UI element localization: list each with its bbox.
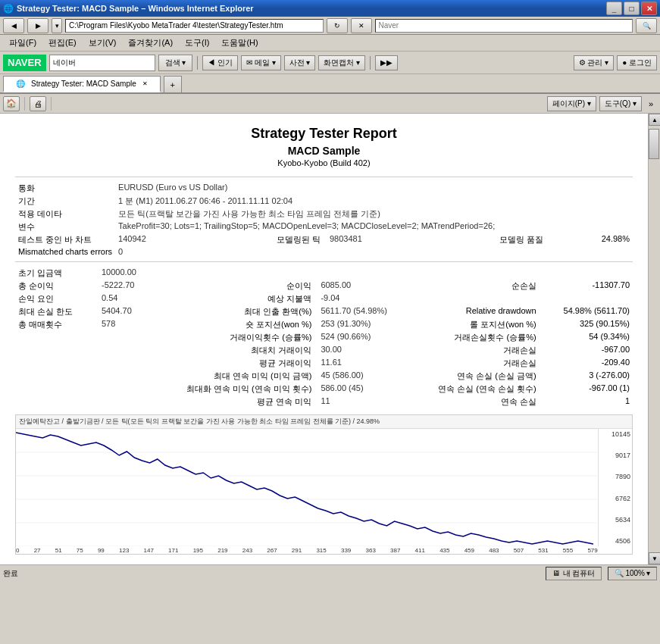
login-button[interactable]: ● 로그인 — [617, 55, 657, 70]
active-tab[interactable]: 🌐 Strategy Tester: MACD Sample ✕ — [3, 76, 161, 92]
field-value: 524 (90.66%) — [317, 331, 408, 344]
x-label: 315 — [316, 547, 326, 554]
field-value — [99, 357, 149, 370]
back-button[interactable]: ◀ — [3, 18, 24, 33]
scroll-down-button[interactable]: ▼ — [649, 552, 660, 564]
field-label: 거래손실 — [408, 357, 543, 370]
maximize-button[interactable]: □ — [624, 2, 640, 15]
stop-button[interactable]: ✕ — [351, 18, 372, 33]
content-scroll[interactable]: Strategy Tester Report MACD Sample Kyobo… — [0, 114, 648, 564]
field-label: 거래손실 — [408, 344, 543, 357]
mail-button[interactable]: ✉ 메일 ▾ — [241, 55, 281, 70]
field-value: 586.00 (45) — [317, 383, 408, 395]
x-label: 555 — [563, 547, 573, 554]
x-label: 363 — [365, 547, 375, 554]
field-label: 총 순이익 — [15, 280, 99, 292]
menu-tools[interactable]: 도구(I) — [179, 36, 215, 50]
new-tab-button[interactable]: + — [164, 76, 182, 92]
field-value: 11.61 — [317, 357, 408, 370]
capture-button[interactable]: 화면캡처 ▾ — [318, 55, 365, 70]
zoom-display[interactable]: 🔍 100% ▾ — [608, 567, 657, 580]
menu-edit[interactable]: 편집(E) — [42, 36, 83, 50]
toolbar-separator-2 — [51, 97, 52, 111]
x-label: 267 — [267, 547, 277, 554]
naver-search-button[interactable]: 검색 ▾ — [158, 55, 193, 71]
computer-status: 🖥 내 컴퓨터 — [546, 567, 602, 580]
naver-logo: NAVER — [3, 55, 46, 71]
field-value: 6085.00 — [317, 280, 408, 292]
close-button[interactable]: ✕ — [641, 2, 657, 15]
table-row: 최대 연속 미익 (미익 금액) 45 (586.00) 연속 손실 (손실 금… — [15, 370, 633, 383]
tab-close-button[interactable]: ✕ — [142, 80, 148, 87]
x-label: 387 — [390, 547, 400, 554]
tab-icon: 🌐 — [16, 80, 25, 88]
field-label: 적용 데이타 — [15, 208, 115, 220]
x-label: 99 — [98, 547, 105, 554]
field-label: 최대치 거래이익 — [149, 344, 317, 357]
x-label: 75 — [77, 547, 83, 554]
field-value: 10000.00 — [99, 267, 149, 280]
x-label: 123 — [119, 547, 129, 554]
tools-menu-button[interactable]: 도구(Q) ▾ — [599, 96, 642, 111]
y-label-3: 7890 — [600, 473, 630, 480]
title-bar: 🌐 Strategy Tester: MACD Sample – Windows… — [0, 0, 660, 17]
search-button[interactable]: 🔍 — [636, 18, 657, 33]
report-container: Strategy Tester Report MACD Sample Kyobo… — [0, 114, 648, 564]
scrollbar[interactable]: ▲ ▼ — [648, 114, 660, 564]
scroll-up-button[interactable]: ▲ — [649, 114, 660, 126]
toolbar-more-button[interactable]: » — [645, 98, 657, 110]
field-label — [15, 370, 99, 383]
window-controls[interactable]: _ □ ✕ — [606, 2, 657, 15]
x-label: 291 — [292, 547, 302, 554]
more-button[interactable]: ▶▶ — [375, 55, 398, 70]
field-value: 1 — [543, 395, 633, 408]
field-value: 30.00 — [317, 344, 408, 357]
field-label — [15, 395, 99, 408]
menu-favorites[interactable]: 즐겨찾기(A) — [122, 36, 179, 50]
x-label: 579 — [587, 547, 597, 554]
dict-button[interactable]: 사전 ▾ — [284, 55, 316, 70]
menu-file[interactable]: 파일(F) — [3, 36, 42, 50]
address-input[interactable] — [65, 19, 324, 33]
field-value — [99, 383, 149, 395]
field-label: 연속 손실 — [408, 395, 543, 408]
zoom-control[interactable]: 🔍 100% ▾ — [608, 567, 657, 580]
scroll-thumb[interactable] — [649, 129, 659, 159]
field-label: 통화 — [15, 182, 115, 195]
search-input[interactable] — [375, 19, 633, 33]
minimize-button[interactable]: _ — [606, 2, 622, 15]
page-menu-button[interactable]: 페이지(P) ▾ — [547, 96, 596, 111]
table-row: 최대 손실 한도 5404.70 최대 인출 환액(%) 5611.70 (54… — [15, 305, 633, 318]
table-row: 최대화 연속 미익 (연속 미익 횟수) 586.00 (45) 연속 손실 (… — [15, 383, 633, 395]
field-value — [99, 344, 149, 357]
scroll-track[interactable] — [649, 126, 660, 552]
report-divider-1 — [15, 177, 633, 177]
field-label: Relative drawdown — [408, 305, 543, 318]
field-label: 최대 손실 한도 — [15, 305, 99, 318]
report-title: Strategy Tester Report — [15, 126, 633, 142]
content-wrapper: Strategy Tester Report MACD Sample Kyobo… — [0, 114, 660, 564]
popular-button[interactable]: ◀ 인기 — [202, 55, 238, 70]
y-label-5: 5634 — [600, 516, 630, 524]
field-value: -967.00 (1) — [543, 383, 633, 395]
field-label: 손익 요인 — [15, 292, 99, 305]
secondary-toolbar: 🏠 🖨 페이지(P) ▾ 도구(Q) ▾ » — [0, 94, 660, 114]
refresh-button[interactable]: ↻ — [327, 18, 348, 33]
menu-view[interactable]: 보기(V) — [83, 36, 123, 50]
naver-toolbar: NAVER 검색 ▾ ◀ 인기 ✉ 메일 ▾ 사전 ▾ 화면캡처 ▾ ▶▶ ⚙ … — [0, 52, 660, 74]
table-row: 변수 TakeProfit=30; Lots=1; TrailingStop=5… — [15, 220, 633, 233]
tab-title: Strategy Tester: MACD Sample — [31, 80, 136, 88]
field-value: 11 — [317, 395, 408, 408]
menu-help[interactable]: 도움말(H) — [215, 36, 264, 50]
menu-bar: 파일(F) 편집(E) 보기(V) 즐겨찾기(A) 도구(I) 도움말(H) — [0, 35, 660, 52]
field-value: -9.04 — [317, 292, 408, 305]
y-label-4: 6762 — [600, 495, 630, 502]
print-button[interactable]: 🖨 — [30, 96, 46, 111]
dropdown-button[interactable]: ▾ — [52, 18, 62, 33]
home-button[interactable]: 🏠 — [3, 96, 20, 111]
field-value — [99, 370, 149, 383]
stats-table: 초기 입금액 10000.00 총 순이익 -5222.70 순이익 6085.… — [15, 267, 633, 408]
forward-button[interactable]: ▶ — [27, 18, 48, 33]
manage-button[interactable]: ⚙ 관리 ▾ — [574, 55, 615, 70]
naver-search-input[interactable] — [49, 55, 155, 71]
